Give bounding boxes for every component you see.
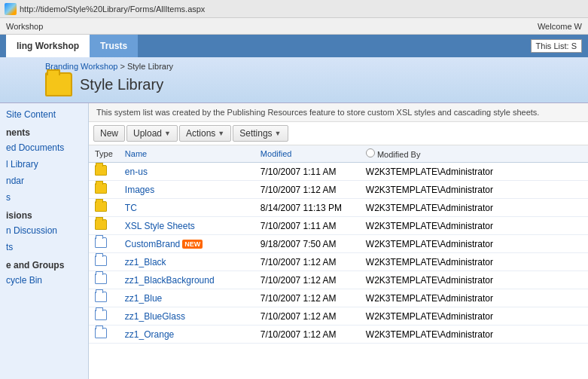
cell-modified-by: W2K3TEMPLATE\Administrator	[360, 235, 588, 253]
sidebar-heading-groups: e and Groups	[0, 255, 88, 272]
cell-name: zz1_BlackBackground	[119, 271, 254, 289]
sidebar-item-calendar[interactable]: ndar	[0, 173, 88, 189]
cell-modified: 7/10/2007 1:12 AM	[254, 181, 360, 199]
cell-modified-by: W2K3TEMPLATE\Administrator	[360, 271, 588, 289]
table-row[interactable]: zz1_Black7/10/2007 1:12 AMW2K3TEMPLATE\A…	[89, 253, 588, 271]
document-icon	[95, 237, 107, 248]
window-title: Workshop	[6, 22, 43, 31]
cell-modified-by: W2K3TEMPLATE\Administrator	[360, 181, 588, 199]
cell-name: zz1_Orange	[119, 326, 254, 344]
toolbar: New Upload ▼ Actions ▼ Settings ▼	[89, 122, 588, 145]
cell-modified: 7/10/2007 1:12 AM	[254, 271, 360, 289]
col-header-modified[interactable]: Modified	[254, 145, 360, 163]
breadcrumb-sep: >	[120, 62, 126, 71]
new-button[interactable]: New	[93, 125, 125, 142]
cell-name: en-us	[119, 163, 254, 181]
cell-name: zz1_Black	[119, 253, 254, 271]
file-link[interactable]: CustomBrand	[125, 239, 180, 249]
table-row[interactable]: zz1_Blue7/10/2007 1:12 AMW2K3TEMPLATE\Ad…	[89, 289, 588, 307]
actions-label: Actions	[186, 128, 215, 139]
actions-button[interactable]: Actions ▼	[179, 125, 231, 142]
table-row[interactable]: TC8/14/2007 11:13 PMW2K3TEMPLATE\Adminis…	[89, 199, 588, 217]
cell-modified-by: W2K3TEMPLATE\Administrator	[360, 253, 588, 271]
address-bar: http://tidemo/Style%20Library/Forms/AllI…	[20, 5, 205, 14]
col-header-type: Type	[89, 145, 119, 163]
new-badge: NEW	[182, 240, 203, 249]
table-row[interactable]: en-us7/10/2007 1:11 AMW2K3TEMPLATE\Admin…	[89, 163, 588, 181]
sidebar-heading-documents: nents	[0, 123, 88, 139]
cell-type	[89, 253, 119, 271]
document-icon	[95, 255, 107, 266]
sidebar-item-site-content[interactable]: Site Content	[0, 106, 88, 123]
sidebar-item-shared-docs[interactable]: ed Documents	[0, 139, 88, 156]
tab-trusts[interactable]: Trusts	[90, 35, 138, 57]
table-row[interactable]: zz1_Orange7/10/2007 1:12 AMW2K3TEMPLATE\…	[89, 326, 588, 344]
col-header-name[interactable]: Name	[119, 145, 254, 163]
actions-dropdown-arrow: ▼	[218, 130, 224, 137]
table-row[interactable]: XSL Style Sheets7/10/2007 1:11 AMW2K3TEM…	[89, 217, 588, 235]
nav-tabs: ling Workshop Trusts	[6, 35, 138, 57]
cell-type	[89, 181, 119, 199]
app-container: ling Workshop Trusts This List: S Brandi…	[0, 35, 588, 379]
table-row[interactable]: CustomBrandNEW9/18/2007 7:50 AMW2K3TEMPL…	[89, 235, 588, 253]
browser-bar: http://tidemo/Style%20Library/Forms/AllI…	[0, 0, 588, 18]
cell-name: zz1_Blue	[119, 289, 254, 307]
folder-icon	[95, 165, 107, 176]
sidebar-item-library[interactable]: l Library	[0, 156, 88, 173]
cell-modified-by: W2K3TEMPLATE\Administrator	[360, 289, 588, 307]
cell-type	[89, 307, 119, 326]
main-layout: Site Content nents ed Documents l Librar…	[0, 103, 588, 379]
sort-radio[interactable]	[366, 148, 375, 157]
file-link[interactable]: en-us	[125, 167, 148, 177]
upload-button[interactable]: Upload ▼	[126, 125, 178, 142]
cell-modified: 9/18/2007 7:50 AM	[254, 235, 360, 253]
folder-icon	[95, 183, 107, 194]
page-title: Style Library	[80, 76, 163, 93]
cell-modified-by: W2K3TEMPLATE\Administrator	[360, 326, 588, 344]
table-row[interactable]: Images7/10/2007 1:12 AMW2K3TEMPLATE\Admi…	[89, 181, 588, 199]
file-link[interactable]: XSL Style Sheets	[125, 221, 195, 231]
top-nav: ling Workshop Trusts This List: S	[0, 35, 588, 57]
settings-button[interactable]: Settings ▼	[233, 125, 288, 142]
sidebar-item-ts[interactable]: ts	[0, 239, 88, 255]
sidebar-item-s[interactable]: s	[0, 189, 88, 206]
sidebar-item-discussion[interactable]: n Discussion	[0, 222, 88, 239]
document-icon	[95, 274, 107, 284]
cell-type	[89, 163, 119, 181]
cell-modified: 7/10/2007 1:12 AM	[254, 326, 360, 344]
title-bar: Workshop Welcome W	[0, 18, 588, 35]
sidebar-item-recycle[interactable]: cycle Bin	[0, 272, 88, 289]
cell-type	[89, 326, 119, 344]
file-link[interactable]: zz1_BlueGlass	[125, 311, 185, 322]
content-area: This system list was created by the Publ…	[89, 103, 588, 379]
info-bar: This system list was created by the Publ…	[89, 103, 588, 122]
file-link[interactable]: zz1_Blue	[125, 293, 162, 304]
cell-modified: 7/10/2007 1:11 AM	[254, 217, 360, 235]
file-link[interactable]: Images	[125, 185, 154, 195]
table-row[interactable]: zz1_BlackBackground7/10/2007 1:12 AMW2K3…	[89, 271, 588, 289]
cell-modified: 7/10/2007 1:11 AM	[254, 163, 360, 181]
settings-dropdown-arrow: ▼	[275, 130, 282, 137]
new-label: New	[100, 128, 118, 139]
file-link[interactable]: zz1_Black	[125, 257, 166, 267]
cell-name: TC	[119, 199, 254, 217]
cell-name: zz1_BlueGlass	[119, 307, 254, 326]
document-icon	[95, 310, 107, 320]
document-icon	[95, 328, 107, 338]
file-link[interactable]: zz1_BlackBackground	[125, 275, 215, 286]
cell-type	[89, 235, 119, 253]
cell-modified-by: W2K3TEMPLATE\Administrator	[360, 199, 588, 217]
settings-label: Settings	[239, 128, 272, 139]
upload-label: Upload	[133, 128, 162, 139]
file-link[interactable]: zz1_Orange	[125, 329, 174, 340]
file-table: Type Name Modified Modified By en-us7/10…	[89, 145, 588, 344]
breadcrumb: Branding Workshop > Style Library	[45, 62, 579, 71]
col-header-modifiedby[interactable]: Modified By	[360, 145, 588, 163]
cell-name: Images	[119, 181, 254, 199]
table-row[interactable]: zz1_BlueGlass7/10/2007 1:12 AMW2K3TEMPLA…	[89, 307, 588, 326]
page-folder-icon	[45, 72, 72, 96]
document-icon	[95, 292, 107, 302]
page-title-row: Style Library	[45, 72, 579, 96]
file-link[interactable]: TC	[125, 203, 137, 213]
tab-workshop[interactable]: ling Workshop	[6, 35, 90, 57]
